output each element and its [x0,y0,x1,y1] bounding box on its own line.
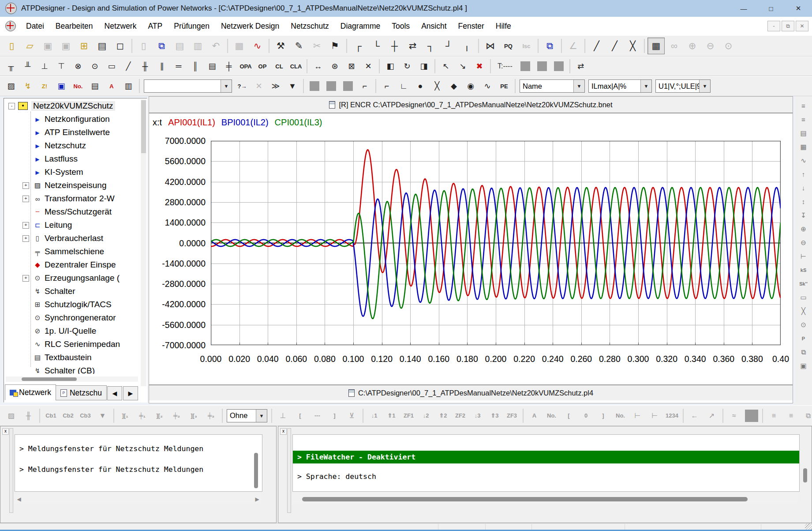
grid-toggle-button[interactable]: ▦ [647,38,665,54]
view-box-3-button[interactable] [340,79,356,94]
view-details-button[interactable]: ∞ [666,38,683,54]
marker-flag-button[interactable]: ⚑ [326,38,344,54]
fault-up-3-button[interactable]: ⇑3 [486,408,503,424]
import-table-button[interactable]: ▦ [231,38,248,54]
hscroll-thumb[interactable] [302,497,748,501]
relay-cross-button[interactable]: ◆ [446,79,462,94]
erase-tool-button[interactable]: ✕ [360,59,376,74]
winding-1-button[interactable]: ][₁ [117,408,133,424]
breaker-cb1-button[interactable]: Cb1 [43,408,59,424]
copy-page-button[interactable]: ▥ [189,38,206,54]
measure-line-button[interactable]: ╱ [588,38,605,54]
save-all-button[interactable]: ▣ [57,38,75,54]
tree-item-textbaustein[interactable]: ▤Textbaustein [5,351,140,364]
breaker-cb3-button[interactable]: Cb3 [77,408,94,424]
zoom-in-button[interactable]: ⊕ [684,38,701,54]
plug-right-button[interactable]: ↗ [703,408,720,424]
bracket-open-2-button[interactable]: [ [561,408,577,424]
plot-columns-button[interactable]: ▦ [797,141,811,153]
hatch-fill-button[interactable]: ▨ [3,79,19,94]
tree-item-verbraucherlast[interactable]: +▯Verbraucherlast [5,232,140,245]
zero-value-button[interactable]: 0 [578,408,594,424]
menu-netzwerk[interactable]: Netzwerk [99,19,142,34]
undo-button[interactable]: ↶ [207,38,225,54]
voltage-filter-combobox[interactable]: U1|V,°;ULE|9▼ [655,79,711,93]
tree-item-netzeinspeisung[interactable]: +▨Netzeinspeisung [5,179,140,192]
tab-scroll-right-icon[interactable]: ▶ [123,386,138,400]
menu-diagramme[interactable]: Diagramme [335,19,386,34]
number-marker-2-button[interactable]: No. [612,408,629,424]
color-settings-button[interactable]: ▣ [53,79,69,94]
save-plot-button[interactable]: ▣ [797,360,811,372]
relay-plug-button[interactable]: ◉ [463,79,479,94]
tab-netzschutz[interactable]: P Netzschu [56,385,107,400]
relay-branch-2-button[interactable]: ∟ [396,79,412,94]
scroll-left-icon[interactable]: ◀ [15,496,23,502]
cursor-tool-button[interactable]: ⊢ [797,250,811,262]
tap-1-button[interactable]: ╪₁ [134,408,150,424]
text-block-button[interactable]: ▤ [87,79,103,94]
delete-item-button[interactable]: ✕ [251,79,267,94]
axis-zoom-out-button[interactable]: ⊖ [797,237,811,249]
align-center-button[interactable]: ╪ [221,59,237,74]
axis-zoom-in-button[interactable]: ⊕ [797,223,811,235]
name-filter-combobox[interactable]: Name▼ [520,79,585,93]
tab-netzwerk[interactable]: Netzwerk [5,384,56,400]
cla-tool-button[interactable]: CLA [288,59,304,74]
insert-line-button[interactable]: ╱ [120,59,136,74]
cut-branch-button[interactable]: ✂ [308,38,326,54]
hscrollbar[interactable]: ◀ ▶ [15,495,262,504]
insert-ground-button[interactable]: ⊥ [37,59,52,74]
relay-wave-button[interactable]: ∿ [479,79,495,94]
copy-report-button[interactable]: ⧉ [541,38,558,54]
expand-icon[interactable]: + [22,222,29,229]
new-page-button[interactable]: ▯ [135,38,152,54]
ground-start-button[interactable]: ⊥ [275,408,291,424]
signal-curves-button[interactable]: ∿ [249,38,266,54]
pq-values-button[interactable]: PQ [500,38,517,54]
system-messages[interactable]: > FileWatcher - Deaktiviert > Sprache: d… [292,434,800,492]
fault-type-combobox[interactable]: Ohne▼ [227,409,267,422]
tree-item-transformator-2-w[interactable]: +∞Transformator 2-W [5,192,140,205]
numbering-button[interactable]: No. [70,79,86,94]
view-box-1-button[interactable] [307,79,322,94]
list-import-button[interactable]: ≡ [766,408,782,424]
swap-pages-button[interactable]: ⇄ [573,59,589,74]
explode-tool-button[interactable]: ⊛ [327,59,343,74]
chevron-down-icon[interactable]: ▼ [221,80,232,92]
clipboard-copy-button[interactable]: ⧉ [800,408,812,424]
network-check-button[interactable]: ⚒ [272,38,289,54]
tree-item-schalter-cb-[interactable]: ↯Schalter (CB) [5,364,140,374]
phase-box-1-button[interactable] [517,59,533,74]
dash-range-button[interactable]: --- [309,408,326,424]
op-tool-button[interactable]: OP [254,59,270,74]
tree-item-rlc-serienimpedan[interactable]: ∿RLC Serienimpedan [5,338,140,351]
winding-3-button[interactable]: ][₃ [186,408,202,424]
phase-box-3-button[interactable] [551,59,567,74]
send-back-button[interactable]: ↘ [455,59,471,74]
expand-icon[interactable]: + [22,196,29,202]
swap-direction-button[interactable]: ⇄ [404,38,421,54]
ks-setting-button[interactable]: kS [797,264,811,276]
project-tree-button[interactable]: ⊞ [75,38,93,54]
vscroll-thumb[interactable] [254,453,258,488]
help-jump-button[interactable]: ?→ [234,79,250,94]
breaker-cb2-button[interactable]: Cb2 [60,408,76,424]
maximize-button[interactable]: □ [757,0,785,17]
scroll-right-icon[interactable]: ▶ [253,496,262,502]
close-icon[interactable]: x [2,428,9,435]
insert-busbar-button[interactable]: ╥ [3,59,19,74]
delete-selection-button[interactable]: ✖ [471,59,487,74]
fault-up-2-button[interactable]: ⇑2 [435,408,451,424]
font-color-button[interactable]: A [104,79,120,94]
impedance-zf1-button[interactable]: ZF1 [400,408,417,424]
sk-setting-button[interactable]: Sk'' [797,278,811,290]
save-button[interactable]: ▣ [39,38,56,54]
fault-down-2-button[interactable]: ↓2 [418,408,434,424]
copy-button[interactable]: ⧉ [153,38,170,54]
lock-tool-button[interactable]: ⊠ [344,59,359,74]
pe-check-button[interactable]: PE [496,79,512,94]
digit-marker-button[interactable]: 1234 [664,408,680,424]
chevron-down-icon[interactable]: ▼ [256,410,267,422]
plug-left-button[interactable]: ← [686,408,703,424]
